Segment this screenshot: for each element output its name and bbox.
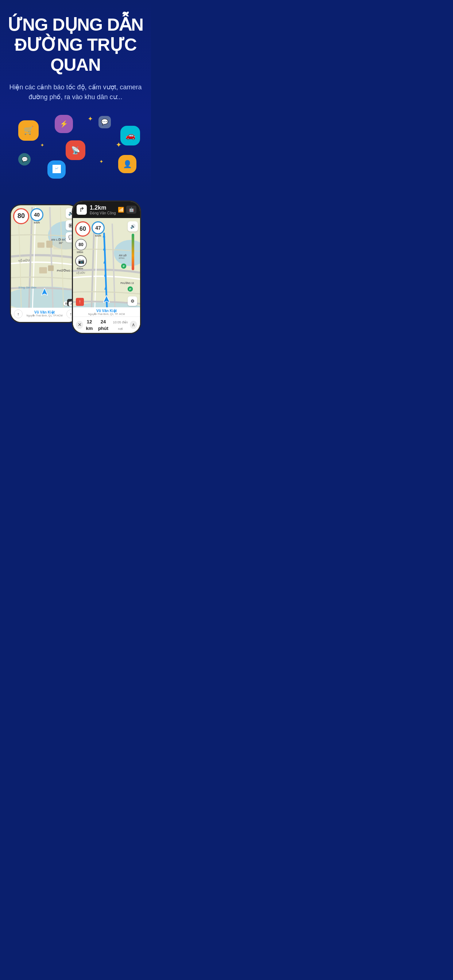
svg-text:ĐÔNG: ĐÔNG bbox=[119, 257, 125, 259]
svg-text:P: P bbox=[123, 265, 125, 268]
left-phone-screen: 80 40 km/h 🔊 bbox=[11, 205, 78, 322]
arrow-right-icon: ↑ bbox=[70, 312, 72, 316]
speed-80-small-badge: 80 bbox=[75, 239, 87, 250]
stat-km: 12 km bbox=[83, 318, 96, 331]
stat-time: 10:05 đến nơi bbox=[111, 318, 130, 331]
sound-button-right[interactable]: 🔊 bbox=[128, 221, 138, 232]
right-phone: ↱ 1.2km Đồng Văn Công 📶 🤖 bbox=[72, 200, 141, 334]
dist-80-label: 100m bbox=[77, 251, 83, 253]
chevron-up-icon: ∧ bbox=[132, 322, 135, 328]
hero-subtitle: Hiện các cảnh báo tốc độ, cấm vượt, came… bbox=[7, 83, 144, 102]
wifi-icon: 📶 bbox=[118, 207, 124, 213]
header-icons: 📶 🤖 bbox=[118, 205, 136, 214]
nav-up-button-left[interactable]: ↑ bbox=[14, 310, 22, 318]
nav-distance: 1.2km bbox=[90, 205, 118, 211]
speed-40-badge: 40 bbox=[30, 208, 43, 221]
right-phone-bottom-bar: Võ Văn Kiệt Nguyễn Thái Bình, Q1, TP. HC… bbox=[73, 307, 140, 333]
hero-title: ỨNG DỤNG DẪN ĐƯỜNG TRỰC QUAN bbox=[7, 14, 144, 75]
nav-arrow-left bbox=[41, 288, 48, 298]
svg-text:P: P bbox=[129, 288, 131, 291]
flash-icon: ⚡ bbox=[55, 115, 73, 133]
left-phone: 80 40 km/h 🔊 bbox=[10, 204, 79, 323]
speed-47-wrap: 47 km/h bbox=[91, 221, 105, 237]
dest-sub-right: Nguyễn Thái Bình, Q1, TP. HCM bbox=[76, 313, 137, 316]
settings-icon: ⚙ bbox=[131, 299, 135, 304]
svg-marker-8 bbox=[41, 288, 48, 295]
nav-arrow-right bbox=[103, 295, 110, 305]
speed-unit-label: km/h bbox=[34, 221, 40, 224]
alert-icon: ! bbox=[79, 300, 80, 304]
quick-settings-button[interactable]: ⚙ bbox=[128, 296, 137, 306]
star-icon-2: ✦ bbox=[40, 142, 45, 148]
camera-header-icon: 🤖 bbox=[129, 207, 134, 212]
left-phone-frame: 80 40 km/h 🔊 bbox=[10, 204, 79, 323]
message-small-icon: 💬 bbox=[99, 116, 111, 128]
nav-header: ↱ 1.2km Đồng Văn Công 📶 🤖 bbox=[73, 202, 140, 218]
speed-unit-right: km/h bbox=[95, 234, 101, 237]
left-phone-bottom-bar: ↑ Võ Văn Kiệt Nguyễn Thái Bình, Q1, TP.H… bbox=[11, 308, 78, 322]
close-icon: ✕ bbox=[78, 322, 82, 328]
svg-marker-26 bbox=[103, 295, 110, 302]
turn-icon-container: ↱ bbox=[77, 205, 87, 215]
svg-text:AN LỢI: AN LỢI bbox=[119, 254, 127, 257]
bottom-stats-row: ✕ 12 km 24 phút 10:05 đến nơi bbox=[73, 317, 140, 333]
close-button[interactable]: ✕ bbox=[76, 321, 83, 329]
page-container: ỨNG DỤNG DẪN ĐƯỜNG TRỰC QUAN Hiện các cả… bbox=[0, 0, 151, 345]
dest-sub-left: Nguyễn Thái Bình, Q1, TP.HCM bbox=[24, 314, 65, 317]
hero-section: ỨNG DỤNG DẪN ĐƯỜNG TRỰC QUAN Hiện các cả… bbox=[0, 0, 151, 197]
star-icon-4: ✦ bbox=[99, 159, 104, 164]
svg-rect-5 bbox=[39, 267, 47, 273]
right-phone-screen: ↱ 1.2km Đồng Văn Công 📶 🤖 bbox=[73, 202, 140, 333]
nav-info: 1.2km Đồng Văn Công bbox=[90, 205, 118, 215]
arrow-up-icon: ↑ bbox=[17, 312, 19, 316]
speed-bar bbox=[132, 234, 134, 270]
message-tiny-icon: 💬 bbox=[18, 153, 30, 165]
alert-button[interactable]: ! bbox=[76, 298, 84, 306]
speed-80-badge: 80 bbox=[13, 208, 29, 224]
dest-name-left: Võ Văn Kiệt bbox=[24, 310, 65, 314]
svg-text:PHƯỜNG 13: PHƯỜNG 13 bbox=[120, 282, 134, 285]
car-icon: 🚗 bbox=[120, 126, 140, 145]
phones-section: 80 40 km/h 🔊 bbox=[0, 197, 151, 345]
right-phone-frame: ↱ 1.2km Đồng Văn Công 📶 🤖 bbox=[72, 200, 141, 334]
nav-street: Đồng Văn Công bbox=[90, 211, 118, 215]
speed-40-wrap: 40 km/h bbox=[30, 208, 43, 224]
floating-icons-area: ✦ ✦ ✦ ✦ 🛒 ⚡ 💬 🚗 📡 bbox=[7, 113, 144, 186]
right-speed-overlay: 60 47 km/h 80 bbox=[75, 221, 105, 270]
camera-row: 📷 400m bbox=[75, 255, 105, 270]
dest-name-right: Võ Văn Kiệt bbox=[76, 309, 137, 313]
stat-min: 24 phút bbox=[96, 318, 111, 331]
song-sai-gon-label-left: Sông Sài Gòn bbox=[18, 286, 37, 289]
star-icon-1: ✦ bbox=[88, 115, 93, 123]
camera-speed-icon: 📷 bbox=[75, 255, 87, 267]
speed-47-badge: 47 bbox=[91, 221, 105, 234]
turn-arrow-icon: ↱ bbox=[79, 205, 85, 214]
cam-dist-label: 400m bbox=[77, 267, 83, 270]
svg-rect-3 bbox=[38, 242, 45, 248]
camera-icon-header[interactable]: 🤖 bbox=[126, 205, 136, 214]
sound-icon-right: 🔊 bbox=[130, 224, 136, 229]
remote-icon: 📡 bbox=[65, 140, 85, 160]
expand-button[interactable]: ∧ bbox=[130, 321, 137, 329]
user-icon: 👤 bbox=[118, 155, 136, 173]
parking-icon: 🅿 bbox=[48, 161, 65, 179]
shopping-cart-icon: 🛒 bbox=[18, 120, 39, 141]
camera-warn-icon: 📷 bbox=[78, 258, 84, 264]
left-speed-overlay: 80 40 km/h bbox=[13, 208, 43, 224]
speed-60-badge: 60 bbox=[75, 221, 91, 237]
svg-rect-6 bbox=[48, 265, 54, 270]
speed-80-row: 80 100m bbox=[75, 239, 105, 253]
right-side-panel: 🔊 bbox=[128, 221, 138, 270]
